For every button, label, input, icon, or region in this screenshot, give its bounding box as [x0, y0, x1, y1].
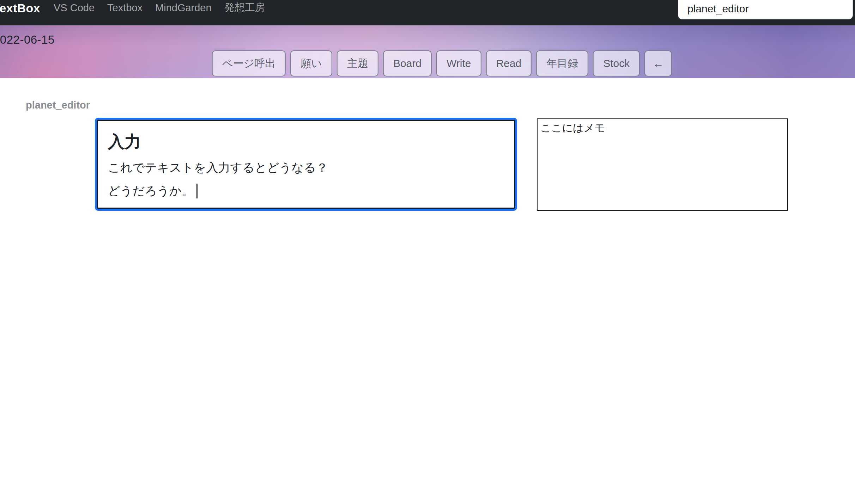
editor-line: どうだろうか。	[108, 183, 504, 199]
wish-button[interactable]: 願い	[290, 50, 332, 76]
nav-item-mindgarden[interactable]: MindGarden	[155, 2, 212, 14]
date-label: 2022-06-15	[0, 33, 55, 47]
editor-input[interactable]: 入力 これでテキストを入力するとどうなる？ どうだろうか。	[97, 120, 515, 209]
read-button[interactable]: Read	[486, 50, 532, 76]
page-name-input[interactable]	[678, 0, 853, 19]
navbar-links: VS Code Textbox MindGarden 発想工房	[54, 0, 265, 16]
page-call-button[interactable]: ページ呼出	[212, 50, 286, 76]
page-title: planet_editor	[26, 99, 90, 111]
nav-item-vs-code[interactable]: VS Code	[54, 2, 95, 14]
brand-logo[interactable]: TextBox	[0, 0, 40, 16]
editor-line: これでテキストを入力するとどうなる？	[108, 160, 504, 175]
page-header: 2022-06-15 ページ呼出 願い 主題 Board Write Read …	[0, 25, 855, 78]
editor-focus-ring: 入力 これでテキストを入力するとどうなる？ どうだろうか。	[95, 118, 517, 211]
stock-button[interactable]: Stock	[593, 50, 640, 76]
nav-item-textbox[interactable]: Textbox	[107, 2, 142, 14]
toolbar: ページ呼出 願い 主題 Board Write Read 年目録 Stock ←	[212, 50, 672, 76]
top-navbar: TextBox VS Code Textbox MindGarden 発想工房	[0, 0, 855, 25]
theme-button[interactable]: 主題	[337, 50, 378, 76]
text-cursor	[196, 184, 198, 198]
back-arrow-button[interactable]: ←	[644, 50, 672, 76]
write-button[interactable]: Write	[436, 50, 481, 76]
editor-heading: 入力	[108, 132, 504, 151]
nav-item-hassou-koubou[interactable]: 発想工房	[224, 1, 265, 15]
board-button[interactable]: Board	[383, 50, 432, 76]
memo-textarea[interactable]: ここにはメモ	[537, 118, 788, 211]
editor-line-text: どうだろうか。	[108, 184, 194, 197]
year-index-button[interactable]: 年目録	[536, 50, 588, 76]
